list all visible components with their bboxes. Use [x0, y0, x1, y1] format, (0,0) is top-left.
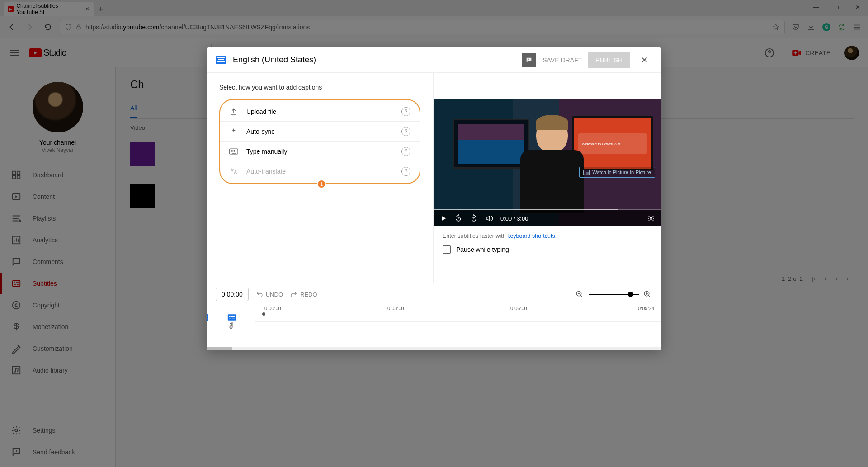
keyboard-shortcuts-link[interactable]: keyboard shortcuts — [507, 233, 555, 239]
option-upload-label: Upload file — [246, 108, 393, 115]
option-upload-file[interactable]: Upload file ? — [220, 102, 420, 122]
rewind-10-button[interactable] — [454, 214, 462, 222]
play-icon — [440, 215, 447, 222]
audio-track-label[interactable] — [207, 321, 255, 330]
video-monitor-left — [453, 119, 529, 169]
video-frame: Welcome to PowerPoint Watch in Picture-i… — [434, 99, 661, 226]
dialog-left-panel: Select how you want to add captions Uplo… — [207, 73, 434, 283]
timeline-current-time[interactable]: 0:00:00 — [216, 288, 249, 301]
redo-icon — [290, 291, 297, 298]
pause-checkbox[interactable] — [443, 245, 451, 254]
save-draft-button[interactable]: SAVE DRAFT — [542, 57, 582, 64]
play-button[interactable] — [440, 215, 447, 222]
zoom-in-button[interactable] — [643, 290, 652, 298]
dialog-title: English (United States) — [233, 55, 316, 65]
annotation-badge-1: 1 — [317, 179, 326, 189]
timeline-mark-0: 0:00:00 — [264, 306, 281, 311]
zoom-slider[interactable] — [589, 294, 639, 295]
pip-icon — [583, 170, 590, 175]
timeline-mark-3: 0:03:00 — [387, 306, 404, 311]
video-preview[interactable]: Welcome to PowerPoint Watch in Picture-i… — [434, 99, 661, 226]
undo-icon — [256, 291, 263, 298]
timeline-mark-6: 0:06:00 — [510, 306, 527, 311]
timeline-toolbar: 0:00:00 UNDO REDO — [207, 283, 661, 306]
help-icon[interactable]: ? — [401, 127, 410, 136]
audio-track[interactable] — [255, 322, 661, 330]
dialog-actions: SAVE DRAFT PUBLISH ✕ — [522, 52, 652, 68]
zoom-in-icon — [643, 290, 651, 298]
help-icon[interactable]: ? — [401, 107, 410, 116]
pause-while-typing-row[interactable]: Pause while typing — [434, 243, 661, 256]
subtitle-track-icon — [227, 314, 236, 321]
zoom-out-icon — [576, 290, 584, 298]
track-labels — [207, 314, 255, 330]
pause-label: Pause while typing — [456, 246, 509, 253]
video-monitor-right: Welcome to PowerPoint — [572, 116, 653, 170]
option-type-label: Type manually — [246, 148, 393, 155]
caption-options-highlight: Upload file ? Auto-sync ? Type manually … — [219, 99, 420, 184]
rewind-icon — [454, 214, 462, 222]
redo-button[interactable]: REDO — [290, 291, 317, 298]
track-area[interactable] — [255, 314, 661, 330]
svg-rect-18 — [586, 172, 589, 175]
timeline-panel: 0:00:00 UNDO REDO 0:00:00 0: — [207, 283, 661, 350]
send-feedback-button[interactable] — [522, 53, 536, 67]
translate-icon — [229, 167, 238, 175]
upload-icon — [229, 108, 238, 116]
pip-button[interactable]: Watch in Picture-in-Picture — [579, 167, 655, 178]
option-autotranslate-label: Auto-translate — [246, 168, 393, 175]
volume-button[interactable] — [485, 214, 493, 222]
undo-button[interactable]: UNDO — [256, 291, 283, 298]
gear-icon — [647, 214, 655, 222]
timeline-zoom — [576, 290, 652, 298]
sparkle-icon — [229, 127, 238, 136]
timeline-tracks — [207, 314, 661, 330]
zoom-out-button[interactable] — [576, 290, 585, 298]
option-autosync-label: Auto-sync — [246, 128, 393, 135]
forward-10-button[interactable] — [470, 214, 478, 222]
video-controls: 0:00 / 3:00 — [434, 210, 661, 226]
tips-text: Enter subtitles faster with keyboard sho… — [434, 226, 661, 243]
dialog-right-panel: Welcome to PowerPoint Watch in Picture-i… — [434, 73, 661, 283]
help-icon[interactable]: ? — [401, 167, 410, 176]
timeline-ruler[interactable]: 0:00:00 0:03:00 0:06:00 0:09:24 — [207, 306, 661, 314]
caption-prompt: Select how you want to add captions — [219, 84, 420, 91]
subtitle-track-label[interactable] — [207, 314, 255, 321]
dialog-close-button[interactable]: ✕ — [636, 52, 652, 68]
option-auto-translate: Auto-translate ? — [220, 161, 420, 181]
monitor-text: Welcome to PowerPoint — [578, 133, 647, 154]
publish-button[interactable]: PUBLISH — [588, 52, 630, 68]
video-settings-button[interactable] — [647, 214, 655, 222]
timeline-scrollbar[interactable] — [207, 347, 661, 350]
modal-overlay[interactable]: English (United States) SAVE DRAFT PUBLI… — [0, 0, 868, 467]
subtitle-editor-dialog: English (United States) SAVE DRAFT PUBLI… — [207, 47, 661, 350]
forward-icon — [470, 214, 478, 222]
dialog-body: Select how you want to add captions Uplo… — [207, 73, 661, 283]
help-icon[interactable]: ? — [401, 147, 410, 156]
option-auto-sync[interactable]: Auto-sync ? — [220, 122, 420, 142]
subtitle-track[interactable] — [255, 314, 661, 322]
subtitles-badge-icon — [216, 56, 226, 64]
video-time: 0:00 / 3:00 — [500, 215, 528, 222]
svg-point-19 — [650, 217, 652, 220]
music-note-icon — [228, 321, 234, 330]
timeline-playhead[interactable] — [264, 314, 264, 330]
option-type-manually[interactable]: Type manually ? — [220, 142, 420, 161]
svg-rect-22 — [227, 314, 236, 320]
feedback-bubble-icon — [525, 57, 533, 64]
video-person — [520, 117, 584, 221]
volume-icon — [485, 214, 493, 222]
timeline-mark-9: 0:09:24 — [638, 306, 655, 311]
dialog-header: English (United States) SAVE DRAFT PUBLI… — [207, 47, 661, 73]
keyboard-icon — [229, 148, 238, 155]
